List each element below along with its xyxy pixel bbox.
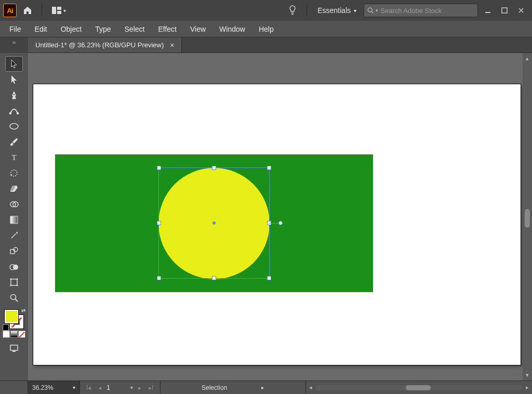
menu-edit[interactable]: Edit (29, 23, 54, 35)
current-tool-label[interactable]: Selection ▸ (161, 381, 306, 394)
direct-selection-icon (10, 75, 18, 84)
free-transform-tool[interactable] (6, 197, 22, 212)
direct-selection-tool[interactable] (6, 72, 22, 87)
gradient-icon (10, 216, 18, 224)
document-tab-strip: Untitled-1* @ 36.23% (RGB/GPU Preview) × (0, 37, 532, 53)
horizontal-scroll-track[interactable] (315, 385, 523, 390)
resize-handle-n[interactable] (212, 166, 216, 170)
scroll-right-arrow[interactable]: ▸ (526, 384, 529, 391)
work-area: T ⇄ (0, 53, 532, 380)
last-artboard-button[interactable]: ▸I (147, 384, 155, 391)
title-bar: Ai ▾ Essentials ▾ ▾ (0, 0, 532, 21)
selection-icon (10, 59, 18, 69)
menu-effect[interactable]: Effect (152, 23, 183, 35)
color-mode-solid[interactable] (3, 331, 10, 338)
scroll-down-arrow[interactable]: ▾ (526, 372, 529, 378)
default-fill-stroke-icon[interactable] (3, 324, 9, 331)
resize-handle-sw[interactable] (157, 276, 161, 280)
horizontal-scrollbar[interactable]: ◂ ▸ (306, 384, 532, 391)
scroll-up-arrow[interactable]: ▴ (526, 55, 529, 62)
vertical-scroll-thumb[interactable] (525, 209, 530, 228)
learn-button[interactable] (284, 2, 301, 19)
selection-tool[interactable] (6, 57, 22, 71)
pen-tool[interactable] (6, 88, 22, 102)
resize-handle-w[interactable] (157, 221, 161, 225)
paintbrush-tool[interactable] (6, 135, 22, 149)
svg-point-10 (10, 124, 18, 129)
menu-view[interactable]: View (184, 23, 212, 35)
tab-close-button[interactable]: × (170, 41, 174, 49)
separator (307, 4, 307, 17)
swap-fill-stroke-icon[interactable]: ⇄ (21, 308, 25, 313)
menu-object[interactable]: Object (55, 23, 88, 35)
color-mode-none[interactable] (18, 331, 25, 338)
symbol-sprayer-tool[interactable] (6, 244, 22, 258)
shape-builder-icon (9, 200, 19, 209)
menu-file[interactable]: File (3, 23, 28, 35)
menu-window[interactable]: Window (213, 23, 251, 35)
stock-search[interactable]: ▾ (364, 4, 478, 17)
svg-text:T: T (11, 153, 16, 162)
zoom-level-dropdown[interactable]: 36.23% ▾ (28, 381, 80, 394)
resize-handle-ne[interactable] (267, 166, 271, 170)
artboard-tool[interactable] (6, 275, 22, 290)
fill-swatch[interactable] (5, 310, 18, 323)
svg-point-7 (14, 94, 15, 95)
artboard-icon (10, 278, 18, 286)
screen-mode-button[interactable] (6, 341, 22, 356)
rotate-tool[interactable] (6, 166, 22, 180)
first-artboard-button[interactable]: I◂ (84, 384, 93, 391)
resize-handle-s[interactable] (212, 276, 216, 280)
svg-point-20 (11, 295, 16, 300)
fill-stroke-control[interactable]: ⇄ (4, 309, 24, 330)
prev-artboard-button[interactable]: ◂ (96, 384, 103, 391)
eraser-tool[interactable] (6, 181, 22, 196)
scroll-left-arrow[interactable]: ◂ (309, 384, 312, 391)
resize-handle-nw[interactable] (157, 166, 161, 170)
chevron-down-icon: ▾ (354, 8, 356, 14)
menu-help[interactable]: Help (252, 23, 280, 35)
menu-type[interactable]: Type (89, 23, 117, 35)
maximize-icon (501, 7, 508, 14)
eyedropper-tool[interactable] (6, 228, 22, 243)
minimize-icon (485, 7, 491, 14)
canvas-viewport[interactable]: ▴ ▾ (28, 53, 532, 380)
svg-rect-0 (52, 7, 56, 14)
status-left-pad (0, 381, 28, 394)
workspace-switcher[interactable]: Essentials ▾ (312, 4, 362, 17)
maximize-button[interactable] (497, 4, 512, 17)
arrange-documents-button[interactable]: ▾ (47, 2, 70, 19)
stock-search-input[interactable] (380, 7, 474, 15)
rotate-handle[interactable] (278, 221, 283, 225)
resize-handle-se[interactable] (267, 276, 271, 280)
menu-select[interactable]: Select (118, 23, 151, 35)
panel-expand-button[interactable]: ›› (0, 37, 28, 53)
column-graph-tool[interactable] (6, 259, 22, 274)
vertical-scrollbar[interactable]: ▴ ▾ (523, 53, 532, 380)
minimize-button[interactable] (480, 4, 496, 17)
type-icon: T (10, 153, 18, 162)
type-tool[interactable]: T (6, 150, 22, 165)
brush-icon (9, 137, 19, 147)
artboard-number[interactable]: 1 (107, 384, 127, 391)
next-artboard-button[interactable]: ▸ (136, 384, 143, 391)
close-button[interactable] (513, 4, 529, 17)
selection-bounding-box[interactable] (158, 167, 270, 279)
horizontal-scroll-thumb[interactable] (406, 385, 431, 390)
gradient-tool[interactable] (6, 213, 22, 227)
curvature-tool[interactable] (6, 103, 22, 118)
home-button[interactable] (19, 2, 36, 19)
document-tab[interactable]: Untitled-1* @ 36.23% (RGB/GPU Preview) × (28, 37, 182, 52)
selection-center-point[interactable] (212, 221, 216, 225)
color-mode-gradient[interactable] (10, 331, 18, 338)
blend-icon (9, 246, 19, 256)
app-logo: Ai (3, 4, 17, 17)
artboard[interactable] (33, 84, 521, 365)
ellipse-tool[interactable] (6, 119, 22, 134)
window-controls (480, 4, 529, 17)
zoom-tool[interactable] (6, 291, 22, 305)
chevron-down-icon[interactable]: ▾ (130, 385, 133, 390)
chevron-down-icon: ▾ (63, 8, 66, 14)
separator (42, 4, 42, 17)
screen-mode-icon (10, 345, 18, 352)
